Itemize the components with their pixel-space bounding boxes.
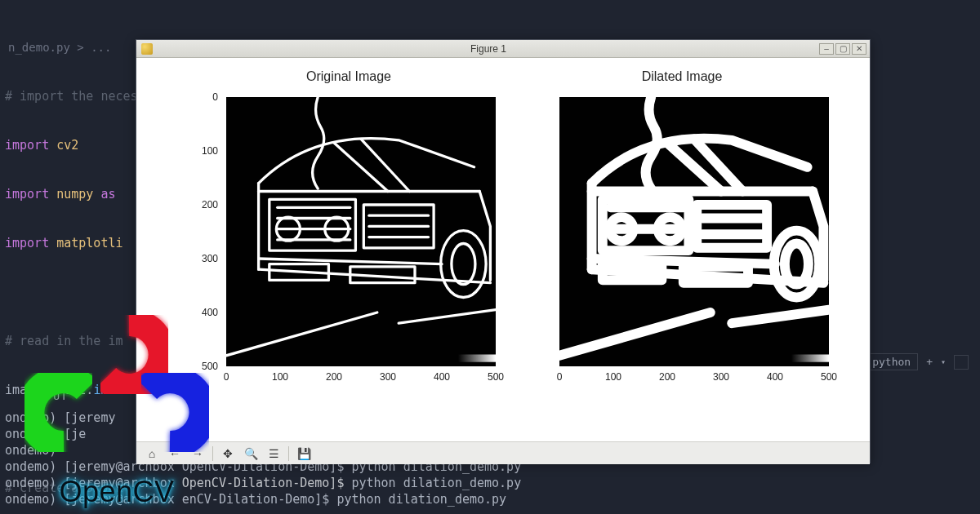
subplot-title: Original Image <box>194 69 504 84</box>
kernel-label: python <box>872 356 911 368</box>
pan-icon[interactable]: ✥ <box>217 445 238 463</box>
svg-line-30 <box>559 312 710 356</box>
svg-line-15 <box>226 312 377 356</box>
zoom-icon[interactable]: 🔍 <box>240 445 261 463</box>
figure-window: Figure 1 – ▢ ✕ Original Image 0 100 200 … <box>136 39 871 463</box>
y-axis-ticks: 0 100 200 300 400 500 <box>194 97 223 366</box>
svg-point-14 <box>452 244 475 285</box>
svg-line-16 <box>399 310 496 324</box>
toolbar-separator <box>288 446 289 461</box>
chevron-down-icon[interactable]: ▾ <box>941 357 946 366</box>
x-axis-ticks: 0 100 200 300 400 500 <box>559 370 829 386</box>
toolbar-separator <box>212 446 213 461</box>
save-icon[interactable]: 💾 <box>293 445 314 463</box>
svg-rect-17 <box>458 354 496 361</box>
plot-image-dilated <box>559 97 829 366</box>
subplot-original: Original Image 0 100 200 300 400 500 <box>194 89 504 415</box>
svg-line-31 <box>732 310 829 324</box>
subplot-dilated: Dilated Image <box>527 89 837 415</box>
matplotlib-toolbar: ⌂ ← → ✥ 🔍 ☰ 💾 <box>136 441 870 464</box>
editor-right-widgets: ▷ python + ▾ <box>855 353 969 370</box>
x-axis-ticks: 0 100 200 300 400 500 <box>226 370 496 386</box>
car-dilated-svg <box>559 97 829 366</box>
plot-image-original <box>226 97 496 366</box>
close-button[interactable]: ✕ <box>852 43 866 55</box>
minimize-button[interactable]: – <box>819 43 834 55</box>
configure-icon[interactable]: ☰ <box>263 445 284 463</box>
maximize-panel-icon[interactable] <box>954 355 969 370</box>
svg-rect-23 <box>697 205 767 248</box>
home-icon[interactable]: ⌂ <box>141 445 163 463</box>
maximize-button[interactable]: ▢ <box>835 43 850 55</box>
forward-icon[interactable]: → <box>187 445 208 463</box>
plus-icon[interactable]: + <box>926 356 933 368</box>
window-title: Figure 1 <box>158 43 819 55</box>
svg-rect-32 <box>791 354 829 361</box>
window-titlebar[interactable]: Figure 1 – ▢ ✕ <box>136 40 870 58</box>
window-app-icon <box>141 43 153 55</box>
subplot-title: Dilated Image <box>527 69 837 84</box>
back-icon[interactable]: ← <box>164 445 185 463</box>
svg-point-13 <box>441 231 486 298</box>
car-edges-svg <box>226 97 496 366</box>
figure-canvas: Original Image 0 100 200 300 400 500 <box>136 58 870 441</box>
